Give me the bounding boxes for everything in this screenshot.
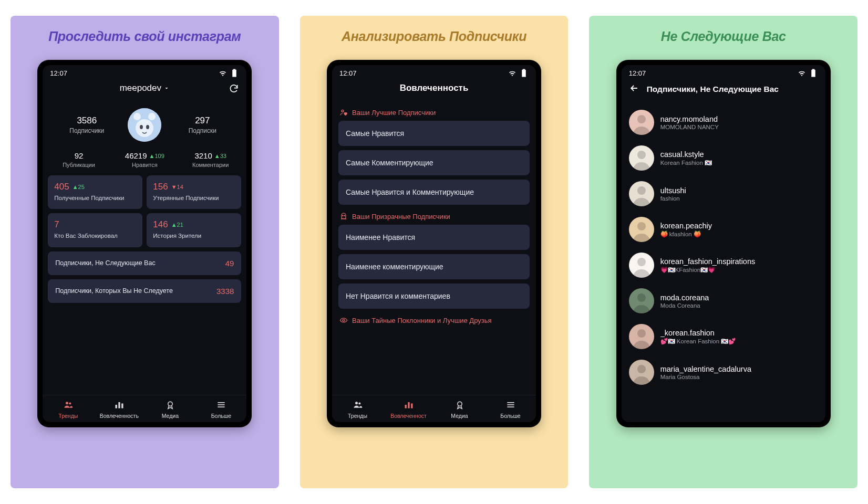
user-text: moda.coreana Moda Coreana [660, 293, 709, 309]
row-label: Подписчики, Не Следующие Вас [55, 259, 155, 267]
user-name: korean.peachiy [660, 222, 712, 230]
phone-screen: 12:07 meepodev 3586 Подписчики [43, 65, 246, 422]
panel-not-following-you: Не Следующие Вас 12:07 Подписчики, Не Сл… [589, 16, 857, 488]
svg-rect-8 [115, 405, 117, 408]
comments-stat[interactable]: 3210 ▲33 Комментарии [178, 151, 243, 168]
status-icons [218, 68, 239, 78]
user-desc: Korean Fashion 🇰🇷 [660, 159, 712, 166]
posts-value: 92 [75, 151, 84, 160]
refresh-button[interactable] [229, 83, 239, 97]
gained-label: Полученные Подписчики [54, 194, 136, 202]
user-name: nancy.momoland [660, 115, 719, 123]
user-row[interactable]: maria_valentine_cadalurva Maria Gostosa [628, 355, 819, 390]
nav-engagement[interactable]: Вовлеченность [94, 400, 144, 419]
svg-point-4 [140, 125, 143, 129]
phone-frame: 12:07 Подписчики, Не Следующие Вас nancy… [616, 60, 831, 427]
user-row[interactable]: korean_fashion_inspirations 💗🇰🇷KFashion🇰… [628, 248, 819, 282]
back-button[interactable] [629, 83, 639, 96]
svg-point-24 [457, 402, 461, 406]
username-dropdown[interactable]: meepodev [120, 83, 170, 93]
user-row[interactable]: ultsushi fashion [628, 176, 819, 211]
user-name: moda.coreana [660, 293, 709, 302]
user-heart-icon [339, 108, 348, 117]
user-avatar [629, 324, 654, 349]
user-name: ultsushi [660, 186, 686, 195]
least-comments-row[interactable]: Наименее комментирующие [338, 254, 530, 279]
user-row[interactable]: nancy.momoland MOMOLAND NANCY [628, 105, 819, 140]
no-likes-comments-row[interactable]: Нет Нравится и комментариев [338, 284, 530, 309]
phone-frame: 12:07 meepodev 3586 Подписчики [37, 60, 252, 427]
nav-label: Вовлеченность [100, 413, 139, 419]
nav-trends[interactable]: Тренды [332, 400, 383, 419]
most-likes-row[interactable]: Самые Нравится [338, 121, 530, 146]
svg-point-19 [355, 402, 358, 404]
most-comments-row[interactable]: Самые Комментирующие [338, 150, 530, 175]
nav-media[interactable]: Медиа [144, 400, 195, 419]
panel-analyze-followers: Анализировать Подписчики 12:07 Вовлеченн… [300, 16, 569, 488]
status-bar: 12:07 [332, 65, 536, 79]
user-desc: 💕🇰🇷 Korean Fashion 🇰🇷💕 [660, 338, 736, 345]
most-likes-comments-row[interactable]: Самые Нравится и Комментирующие [338, 180, 530, 205]
nav-label: Больше [500, 413, 520, 419]
status-icons [797, 68, 818, 78]
svg-rect-21 [405, 405, 406, 408]
nav-more[interactable]: Больше [485, 400, 536, 419]
best-followers-options: Самые Нравится Самые Комментирующие Самы… [332, 121, 536, 205]
not-following-back-row[interactable]: Подписчики, Не Следующие Вас 49 [48, 251, 241, 275]
user-avatar [629, 181, 654, 206]
avatar[interactable] [128, 108, 161, 142]
nav-trends[interactable]: Тренды [43, 400, 94, 419]
profile-stats-row: 3586 Подписчики 297 П [43, 101, 246, 148]
comments-delta: ▲33 [214, 153, 226, 159]
blocked-label: Кто Вас Заблокировал [54, 232, 136, 239]
user-row[interactable]: casual.kstyle Korean Fashion 🇰🇷 [628, 141, 819, 175]
user-text: casual.kstyle Korean Fashion 🇰🇷 [660, 150, 712, 166]
svg-point-5 [146, 125, 149, 129]
likes-stat[interactable]: 46219 ▲109 Нравится [112, 151, 178, 168]
least-likes-row[interactable]: Наименее Нравится [338, 225, 530, 250]
user-avatar [629, 145, 654, 171]
user-row[interactable]: korean.peachiy 🍑 kfashion 🍑 [628, 212, 819, 247]
chevron-down-icon [163, 85, 170, 91]
posts-stat[interactable]: 92 Публикации [46, 151, 111, 168]
ghost-followers-options: Наименее Нравится Наименее комментирующи… [332, 225, 536, 309]
bottom-nav: Тренды Вовлеченност Медиа Больше [332, 395, 536, 422]
battery-icon [809, 68, 818, 78]
status-time: 12:07 [50, 69, 67, 77]
gained-delta: ▲25 [73, 184, 85, 190]
followers-stat[interactable]: 3586 Подписчики [46, 116, 128, 134]
user-row[interactable]: moda.coreana Moda Coreana [628, 284, 819, 318]
user-list[interactable]: nancy.momoland MOMOLAND NANCY casual.kst… [622, 103, 825, 390]
story-viewers-card[interactable]: 146 ▲21 История Зрители [147, 213, 241, 247]
story-label: История Зрители [153, 232, 235, 239]
lost-followers-card[interactable]: 156 ▼14 Утерянные Подписчики [147, 175, 241, 209]
svg-point-11 [168, 402, 172, 406]
following-stat[interactable]: 297 Подписки [161, 116, 243, 134]
svg-rect-22 [408, 402, 409, 408]
svg-point-1 [133, 113, 141, 120]
blocked-value: 7 [54, 219, 59, 230]
story-delta: ▲21 [171, 222, 183, 228]
svg-rect-9 [118, 402, 120, 408]
user-text: ultsushi fashion [660, 186, 686, 202]
section-best-followers: Ваши Лучшие Подписчики [332, 101, 536, 121]
blocked-card[interactable]: 7 Кто Вас Заблокировал [48, 213, 142, 247]
username-text: meepodev [120, 83, 161, 93]
status-icons [508, 68, 529, 78]
battery-icon [519, 68, 529, 78]
user-avatar [629, 253, 654, 278]
nav-engagement[interactable]: Вовлеченност [383, 400, 434, 419]
comments-value: 3210 [194, 151, 212, 160]
user-row[interactable]: _korean.fashion 💕🇰🇷 Korean Fashion 🇰🇷💕 [628, 319, 819, 354]
section-title: Ваши Тайные Поклонники и Лучшие Друзья [352, 317, 491, 324]
story-value: 146 [153, 219, 168, 230]
you-not-following-row[interactable]: Подписчики, Которых Вы Не Следуете 3338 [48, 279, 241, 303]
badge-icon [144, 400, 195, 412]
lost-value: 156 [153, 182, 168, 192]
eye-icon [339, 316, 348, 324]
gained-followers-card[interactable]: 405 ▲25 Полученные Подписчики [48, 175, 142, 209]
nav-more[interactable]: Больше [195, 400, 246, 419]
battery-icon [230, 68, 239, 78]
user-avatar [629, 360, 654, 385]
nav-media[interactable]: Медиа [434, 400, 485, 419]
